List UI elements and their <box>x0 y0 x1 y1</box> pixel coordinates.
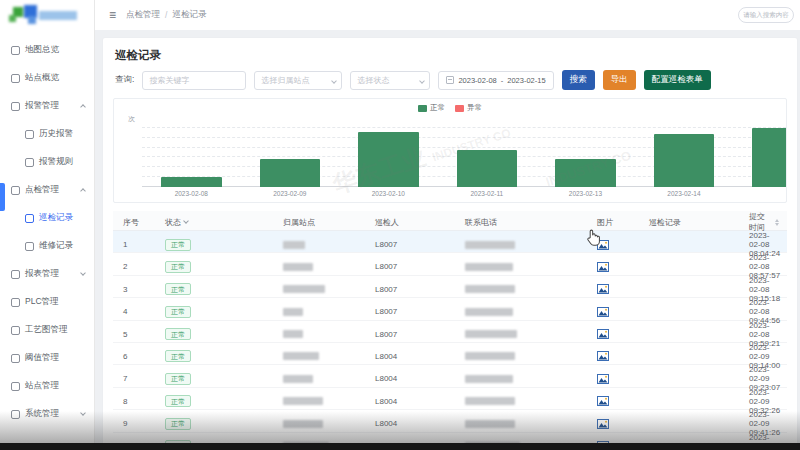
cell-image[interactable] <box>587 262 639 272</box>
image-thumbnail-icon[interactable] <box>597 329 609 339</box>
bar-clipped[interactable] <box>752 128 786 187</box>
filter-toolbar: 查询: 选择归属站点 选择状态 2023-02-08 - 2023-02-15 … <box>115 70 787 90</box>
station-select[interactable]: 选择归属站点 <box>254 71 342 90</box>
cell-station <box>273 352 365 360</box>
cell-image[interactable] <box>587 396 639 406</box>
sidebar-item-alarm-rule[interactable]: 报警规则 <box>0 148 94 176</box>
table-row[interactable]: 4正常L80072023-02-08 09:44:56 <box>113 298 787 320</box>
bar-2023-02-10[interactable] <box>358 132 419 187</box>
sidebar-item-repair-record[interactable]: 维修记录 <box>0 232 94 260</box>
sidebar-item-history-alarm[interactable]: 历史报警 <box>0 120 94 148</box>
filter-caret-icon[interactable] <box>183 218 189 224</box>
search-button[interactable]: 搜索 <box>562 70 595 90</box>
page-title: 巡检记录 <box>115 48 787 63</box>
bar-2023-02-09[interactable] <box>260 159 321 187</box>
table-row[interactable]: 3正常L80072023-02-08 09:15:18 <box>113 276 787 298</box>
cell-image[interactable] <box>587 374 639 384</box>
status-select[interactable]: 选择状态 <box>350 71 430 90</box>
column-header-label: 归属站点 <box>283 217 315 228</box>
image-thumbnail-icon[interactable] <box>597 284 609 294</box>
breadcrumb-section[interactable]: 点检管理 <box>126 9 160 21</box>
plc-icon <box>11 298 20 307</box>
cell-image[interactable] <box>587 284 639 294</box>
redacted-station <box>283 397 323 405</box>
image-thumbnail-icon[interactable] <box>597 374 609 384</box>
keyword-input[interactable] <box>142 71 246 90</box>
table-row[interactable]: 8正常L80042023-02-09 09:32:26 <box>113 388 787 410</box>
sidebar-item-report[interactable]: 报表管理 <box>0 260 94 288</box>
sidebar-item-system[interactable]: 系统管理 <box>0 400 94 428</box>
sidebar-item-patrol-record[interactable]: 巡检记录 <box>0 204 94 232</box>
config-inspection-form-button[interactable]: 配置巡检表单 <box>644 70 711 90</box>
sidebar-item-threshold[interactable]: 阈值管理 <box>0 344 94 372</box>
cell-inspector: L8007 <box>365 307 455 316</box>
repair-record-icon <box>25 242 34 251</box>
bar-2023-02-11[interactable] <box>457 150 518 187</box>
column-header-8[interactable]: 提交时间 <box>739 211 787 233</box>
sidebar-item-label: 报警规则 <box>39 156 73 168</box>
x-tick-label: 2023-02-09 <box>241 190 340 197</box>
cell-status: 正常 <box>155 373 273 385</box>
app-window: 地图总览站点概览报警管理历史报警报警规则点检管理巡检记录维修记录报表管理PLC管… <box>0 0 800 450</box>
legend-item-正常[interactable]: 正常 <box>418 103 445 113</box>
x-tick-label: 2023-02-08 <box>142 190 241 197</box>
chart-legend: 正常异常 <box>114 103 786 113</box>
table-row[interactable]: 5正常L80072023-02-08 09:59:21 <box>113 321 787 343</box>
table-row[interactable]: 2正常L80072023-02-08 08:57:57 <box>113 253 787 275</box>
cell-status: 正常 <box>155 306 273 318</box>
sidebar-item-process-diagram[interactable]: 工艺图管理 <box>0 316 94 344</box>
redacted-station <box>283 285 325 293</box>
sidebar-item-site-overview[interactable]: 站点概览 <box>0 64 94 92</box>
table-row[interactable]: 1正常L80072023-02-08 08:04:24 <box>113 231 787 253</box>
sidebar-item-label: PLC管理 <box>25 296 59 308</box>
sidebar-item-station[interactable]: 站点管理 <box>0 372 94 400</box>
global-search-input[interactable]: 请输入搜索内容 <box>738 7 794 23</box>
sidebar-item-label: 系统管理 <box>25 408 59 420</box>
image-thumbnail-icon[interactable] <box>597 419 609 429</box>
date-range-picker[interactable]: 2023-02-08 - 2023-02-15 <box>438 71 553 90</box>
sidebar-item-map[interactable]: 地图总览 <box>0 36 94 64</box>
status-badge: 正常 <box>165 283 191 295</box>
image-thumbnail-icon[interactable] <box>597 351 609 361</box>
legend-swatch <box>418 105 427 112</box>
cell-image[interactable] <box>587 419 639 429</box>
sidebar-collapse-icon[interactable]: ≡ <box>109 8 116 22</box>
cell-index: 2 <box>113 262 155 271</box>
cell-image[interactable] <box>587 329 639 339</box>
image-thumbnail-icon[interactable] <box>597 262 609 272</box>
sidebar-item-plc[interactable]: PLC管理 <box>0 288 94 316</box>
chevron-down-icon <box>332 78 338 84</box>
column-header-6: 图片 <box>587 217 639 228</box>
cell-status: 正常 <box>155 328 273 340</box>
legend-item-异常[interactable]: 异常 <box>455 103 482 113</box>
bar-2023-02-14[interactable] <box>654 134 715 187</box>
cell-image[interactable] <box>587 307 639 317</box>
bar-2023-02-13[interactable] <box>555 159 616 187</box>
bar-2023-02-08[interactable] <box>161 177 222 187</box>
cell-index: 4 <box>113 307 155 316</box>
image-thumbnail-icon[interactable] <box>597 396 609 406</box>
status-badge: 正常 <box>165 373 191 385</box>
cell-status: 正常 <box>155 350 273 362</box>
sidebar-item-inspection[interactable]: 点检管理 <box>0 176 94 204</box>
logo-wordmark <box>39 11 77 20</box>
cell-status: 正常 <box>155 395 273 407</box>
cell-image[interactable] <box>587 240 639 250</box>
sort-icon[interactable] <box>775 219 779 226</box>
image-thumbnail-icon[interactable] <box>597 240 609 250</box>
column-header-label: 联系电话 <box>465 217 497 228</box>
sidebar-item-alarm[interactable]: 报警管理 <box>0 92 94 120</box>
export-button[interactable]: 导出 <box>603 70 636 90</box>
redacted-phone <box>465 375 513 383</box>
column-header-2[interactable]: 状态 <box>155 217 273 228</box>
table-row[interactable]: 6正常L80042023-02-09 09:14:00 <box>113 343 787 365</box>
column-header-3: 归属站点 <box>273 217 365 228</box>
table-row[interactable]: 7正常L80042023-02-09 09:23:07 <box>113 365 787 387</box>
redacted-phone <box>465 352 515 360</box>
drawer-handle[interactable] <box>0 183 5 211</box>
cell-image[interactable] <box>587 351 639 361</box>
image-thumbnail-icon[interactable] <box>597 307 609 317</box>
column-header-label: 巡检记录 <box>649 217 681 228</box>
table-row[interactable]: 9正常L80042023-02-09 09:41:26 <box>113 410 787 432</box>
column-header-4: 巡检人 <box>365 217 455 228</box>
